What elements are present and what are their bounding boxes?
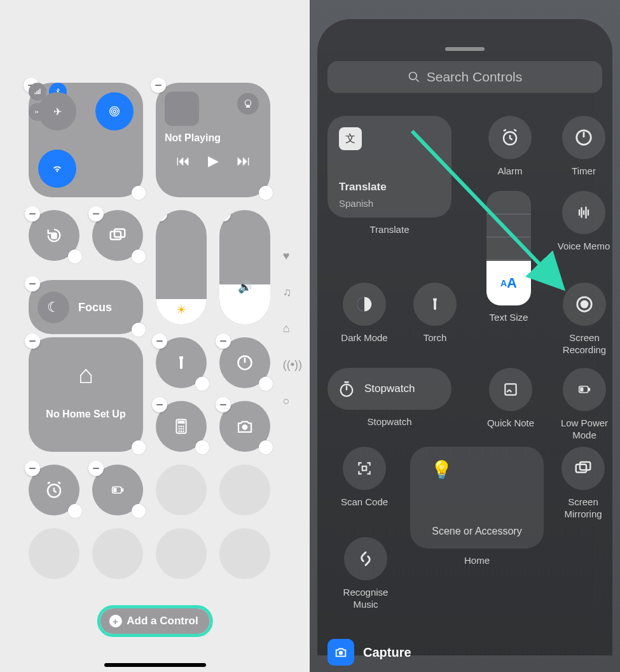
empty-slot[interactable] [156, 465, 207, 515]
dark-mode-control[interactable]: Dark Mode [333, 283, 396, 344]
camera-icon [327, 639, 354, 666]
play-icon[interactable]: ▶ [208, 153, 219, 169]
resize-handle[interactable] [132, 440, 146, 454]
resize-handle[interactable] [259, 186, 273, 200]
alarm-icon [488, 116, 532, 159]
resize-handle[interactable] [132, 323, 146, 337]
camera-tile[interactable] [219, 401, 270, 452]
home-indicator[interactable] [104, 663, 206, 667]
airplay-icon[interactable] [237, 93, 259, 115]
torch-icon [413, 283, 457, 326]
resize-handle[interactable] [68, 504, 82, 518]
page-indicators[interactable]: ♥ ♫ ⌂ ((•)) ○ [283, 249, 302, 408]
remove-icon[interactable] [151, 78, 166, 93]
search-field[interactable]: Search Controls [327, 61, 602, 93]
recognise-music-control[interactable]: Recognise Music [333, 537, 399, 611]
svg-rect-37 [505, 384, 516, 395]
remove-icon[interactable] [156, 210, 167, 221]
connectivity-tile[interactable]: ✈ [29, 83, 143, 197]
remove-icon[interactable] [216, 333, 231, 349]
resize-handle[interactable] [132, 249, 146, 263]
media-tile[interactable]: Not Playing ⏮ ▶ ⏭ [156, 83, 270, 197]
low-power-control[interactable]: Low Power Mode [553, 368, 616, 442]
more-page-icon[interactable]: ○ [283, 395, 302, 408]
remove-icon[interactable] [25, 461, 40, 476]
focus-tile[interactable]: ☾ Focus [29, 280, 143, 334]
remove-icon[interactable] [88, 206, 104, 221]
resize-handle[interactable] [259, 440, 273, 454]
volume-slider[interactable]: 🔊 [219, 210, 270, 325]
rotation-lock-tile[interactable] [29, 210, 79, 261]
svg-rect-43 [580, 462, 590, 470]
home-page-icon[interactable]: ⌂ [283, 322, 302, 335]
low-power-tile[interactable] [92, 465, 143, 515]
forward-icon[interactable]: ⏭ [237, 153, 251, 169]
screen-mirror-control[interactable]: Screen Mirroring [551, 447, 615, 521]
alarm-tile[interactable] [29, 465, 79, 515]
remove-icon[interactable] [152, 397, 167, 412]
svg-point-21 [183, 428, 184, 430]
sun-icon: ☀ [176, 303, 186, 317]
airdrop-icon[interactable] [95, 92, 134, 130]
capture-section[interactable]: Capture [327, 639, 411, 666]
remove-icon[interactable] [219, 210, 231, 221]
timer-tile[interactable] [219, 337, 270, 388]
add-control-label: Add a Control [127, 615, 198, 627]
home-scene-control[interactable]: 💡 Scene or Accessory Home [410, 447, 544, 567]
heart-icon[interactable]: ♥ [283, 249, 302, 263]
translate-control[interactable]: 文 Translate Spanish Translate [327, 116, 451, 236]
timer-control[interactable]: Timer [555, 116, 612, 178]
now-playing-label: Not Playing [165, 132, 261, 144]
resize-handle[interactable] [132, 504, 146, 518]
alarm-control[interactable]: Alarm [481, 116, 539, 178]
moon-icon: ☾ [38, 291, 69, 323]
remove-icon[interactable] [152, 333, 167, 349]
empty-slot[interactable] [29, 528, 79, 579]
speaker-icon: 🔊 [238, 280, 252, 294]
focus-label: Focus [78, 300, 112, 314]
add-control-button[interactable]: + Add a Control [100, 608, 209, 634]
remove-icon[interactable] [88, 461, 104, 476]
resize-handle[interactable] [195, 440, 209, 454]
torch-tile[interactable] [156, 337, 207, 388]
album-art [165, 92, 199, 126]
svg-point-0 [113, 110, 116, 113]
capture-label: Capture [363, 645, 411, 660]
calculator-tile[interactable] [156, 401, 207, 452]
svg-rect-11 [111, 232, 121, 240]
voice-memo-control[interactable]: Voice Memo [554, 191, 614, 253]
empty-slot[interactable] [156, 528, 207, 579]
rewind-icon[interactable]: ⏮ [176, 153, 190, 169]
stopwatch-control[interactable]: Stopwatch Stopwatch [327, 368, 451, 428]
brightness-slider[interactable]: ☀ [156, 210, 207, 325]
grabber[interactable] [445, 47, 485, 51]
text-size-control[interactable]: AA Text Size [480, 191, 537, 324]
resize-handle[interactable] [68, 249, 82, 263]
empty-slot[interactable] [92, 528, 143, 579]
search-icon [408, 71, 420, 83]
quick-note-control[interactable]: Quick Note [481, 368, 540, 430]
remove-icon[interactable] [25, 276, 40, 291]
svg-rect-29 [114, 489, 116, 492]
empty-slot[interactable] [219, 465, 270, 515]
empty-slot[interactable] [219, 528, 270, 579]
home-tile[interactable]: ⌂ No Home Set Up [29, 337, 143, 452]
remove-icon[interactable] [25, 333, 40, 349]
resize-handle[interactable] [195, 377, 209, 391]
connectivity-page-icon[interactable]: ((•)) [283, 358, 302, 372]
screen-mirror-tile[interactable] [92, 210, 143, 261]
svg-rect-5 [38, 90, 39, 95]
home-icon: ⌂ [78, 360, 93, 389]
mirror-icon [561, 447, 605, 490]
remove-icon[interactable] [25, 206, 40, 221]
torch-control[interactable]: Torch [406, 283, 464, 344]
screen-recording-control[interactable]: Screen Recording [554, 283, 615, 356]
music-page-icon[interactable]: ♫ [283, 286, 302, 299]
airplane-icon[interactable]: ✈ [38, 92, 76, 130]
remove-icon[interactable] [216, 397, 231, 412]
wifi-icon[interactable] [38, 150, 76, 188]
scan-code-control[interactable]: Scan Code [333, 447, 396, 508]
resize-handle[interactable] [259, 377, 273, 391]
home-label: No Home Set Up [29, 409, 143, 420]
svg-rect-39 [589, 388, 590, 390]
